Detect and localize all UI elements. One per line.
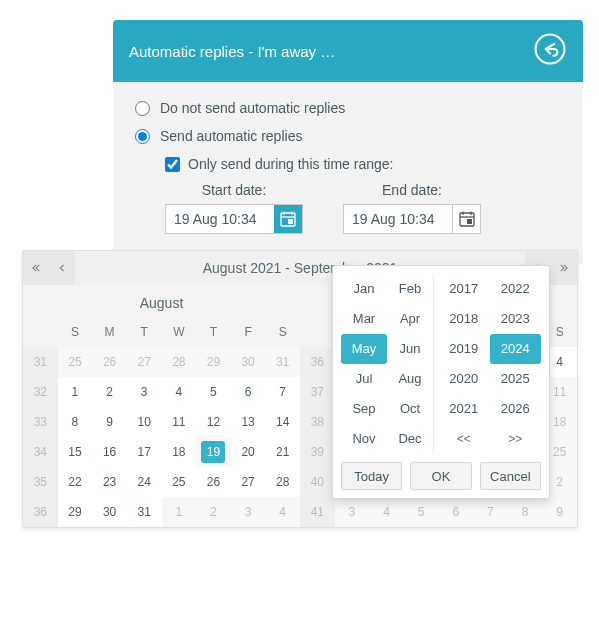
calendar-day[interactable]: 17	[127, 437, 162, 467]
calendar-day[interactable]: 10	[127, 407, 162, 437]
calendar-day[interactable]: 2	[196, 497, 231, 527]
week-number: 39	[300, 437, 335, 467]
month-cell-mar[interactable]: Mar	[341, 304, 387, 334]
calendar-day[interactable]: 5	[404, 497, 439, 527]
month-cell-jul[interactable]: Jul	[341, 364, 387, 394]
month-cell-may[interactable]: May	[341, 334, 387, 364]
calendar-day[interactable]: 7	[265, 377, 300, 407]
week-number: 33	[23, 407, 58, 437]
prev-month-button[interactable]	[49, 251, 75, 285]
calendar-day[interactable]: 20	[231, 437, 266, 467]
calendar-day[interactable]: 12	[196, 407, 231, 437]
weekday-header: S	[265, 317, 300, 347]
calendar-day[interactable]: 4	[265, 497, 300, 527]
calendar-day[interactable]: 31	[127, 497, 162, 527]
calendar-day[interactable]: 5	[196, 377, 231, 407]
year-next-button[interactable]: >>	[490, 424, 542, 454]
calendar-day[interactable]: 9	[542, 497, 577, 527]
radio-dont-send-input[interactable]	[135, 101, 150, 116]
year-cell-2023[interactable]: 2023	[490, 304, 542, 334]
year-cell-2025[interactable]: 2025	[490, 364, 542, 394]
calendar-day[interactable]: 8	[58, 407, 93, 437]
calendar-day[interactable]: 3	[335, 497, 370, 527]
month-grid: JanFebMarAprMayJunJulAugSepOctNovDec	[341, 274, 433, 454]
next-year-button[interactable]	[551, 251, 577, 285]
start-date-input[interactable]	[166, 205, 274, 233]
radio-dont-send-label: Do not send automatic replies	[160, 100, 345, 116]
prev-year-button[interactable]	[23, 251, 49, 285]
calendar-day[interactable]: 6	[231, 377, 266, 407]
end-date-label: End date:	[343, 182, 481, 198]
month-cell-nov[interactable]: Nov	[341, 424, 387, 454]
year-cell-2018[interactable]: 2018	[438, 304, 490, 334]
calendar-day[interactable]: 30	[92, 497, 127, 527]
month-cell-aug[interactable]: Aug	[387, 364, 433, 394]
year-cell-2021[interactable]: 2021	[438, 394, 490, 424]
year-cell-2024[interactable]: 2024	[490, 334, 542, 364]
start-date-calendar-button[interactable]	[274, 205, 302, 233]
year-cell-2019[interactable]: 2019	[438, 334, 490, 364]
calendar-day[interactable]: 14	[265, 407, 300, 437]
month-cell-apr[interactable]: Apr	[387, 304, 433, 334]
picker-top: JanFebMarAprMayJunJulAugSepOctNovDec 201…	[341, 274, 541, 454]
calendar-day[interactable]: 23	[92, 467, 127, 497]
radio-send-input[interactable]	[135, 129, 150, 144]
calendar-day[interactable]: 16	[92, 437, 127, 467]
calendar-day[interactable]: 21	[265, 437, 300, 467]
year-cell-2017[interactable]: 2017	[438, 274, 490, 304]
calendar-day[interactable]: 15	[58, 437, 93, 467]
month-cell-feb[interactable]: Feb	[387, 274, 433, 304]
calendar-day[interactable]: 7	[473, 497, 508, 527]
calendar-day[interactable]: 13	[231, 407, 266, 437]
calendar-day[interactable]: 28	[162, 347, 197, 377]
calendar-day[interactable]: 2	[92, 377, 127, 407]
calendar-day[interactable]: 9	[92, 407, 127, 437]
svg-rect-10	[467, 219, 472, 224]
calendar-icon	[280, 211, 296, 227]
checkbox-time-range[interactable]: Only send during this time range:	[165, 156, 561, 172]
radio-send[interactable]: Send automatic replies	[135, 128, 561, 144]
calendar-day[interactable]: 24	[127, 467, 162, 497]
calendar-day[interactable]: 4	[369, 497, 404, 527]
calendar-day[interactable]: 11	[162, 407, 197, 437]
calendar-day[interactable]: 22	[58, 467, 93, 497]
weekday-header: T	[196, 317, 231, 347]
calendar-day[interactable]: 31	[265, 347, 300, 377]
calendar-day[interactable]: 26	[92, 347, 127, 377]
month-cell-jan[interactable]: Jan	[341, 274, 387, 304]
month-cell-dec[interactable]: Dec	[387, 424, 433, 454]
end-date-input[interactable]	[344, 205, 452, 233]
calendar-day[interactable]: 8	[508, 497, 543, 527]
month-cell-jun[interactable]: Jun	[387, 334, 433, 364]
end-date-calendar-button[interactable]	[452, 205, 480, 233]
today-button[interactable]: Today	[341, 462, 402, 490]
calendar-day[interactable]: 26	[196, 467, 231, 497]
calendar-day[interactable]: 25	[58, 347, 93, 377]
radio-dont-send[interactable]: Do not send automatic replies	[135, 100, 561, 116]
week-number: 41	[300, 497, 335, 527]
calendar-day[interactable]: 25	[162, 467, 197, 497]
cancel-button[interactable]: Cancel	[480, 462, 541, 490]
calendar-day[interactable]: 1	[162, 497, 197, 527]
year-cell-2020[interactable]: 2020	[438, 364, 490, 394]
year-cell-2026[interactable]: 2026	[490, 394, 542, 424]
calendar-day[interactable]: 29	[58, 497, 93, 527]
month-cell-sep[interactable]: Sep	[341, 394, 387, 424]
checkbox-time-range-input[interactable]	[165, 157, 180, 172]
calendar-day[interactable]: 3	[231, 497, 266, 527]
ok-button[interactable]: OK	[410, 462, 471, 490]
month-cell-oct[interactable]: Oct	[387, 394, 433, 424]
year-prev-button[interactable]: <<	[438, 424, 490, 454]
calendar-day[interactable]: 18	[162, 437, 197, 467]
calendar-day[interactable]: 29	[196, 347, 231, 377]
calendar-day[interactable]: 1	[58, 377, 93, 407]
calendar-day[interactable]: 3	[127, 377, 162, 407]
calendar-day[interactable]: 19	[196, 437, 231, 467]
calendar-day[interactable]: 4	[162, 377, 197, 407]
year-cell-2022[interactable]: 2022	[490, 274, 542, 304]
calendar-day[interactable]: 6	[439, 497, 474, 527]
calendar-day[interactable]: 28	[265, 467, 300, 497]
calendar-day[interactable]: 27	[231, 467, 266, 497]
calendar-day[interactable]: 27	[127, 347, 162, 377]
calendar-day[interactable]: 30	[231, 347, 266, 377]
